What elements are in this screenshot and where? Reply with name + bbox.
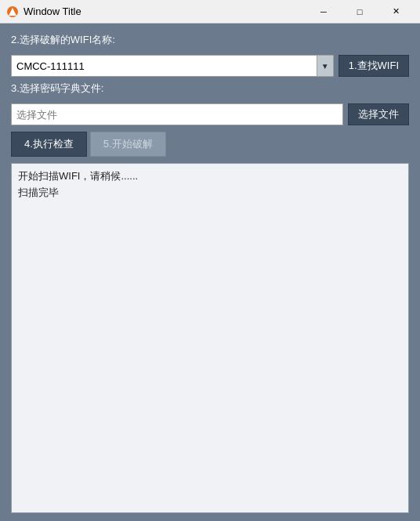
log-area[interactable] xyxy=(11,163,409,513)
title-buttons: ─ □ ✕ xyxy=(306,0,414,24)
select-file-button[interactable]: 选择文件 xyxy=(348,103,409,125)
title-bar: Window Title ─ □ ✕ xyxy=(0,0,420,24)
close-button[interactable]: ✕ xyxy=(378,0,414,24)
wifi-section-label: 2.选择破解的WIFI名称: xyxy=(11,33,409,47)
find-wifi-button[interactable]: 1.查找WIFI xyxy=(339,55,409,77)
action-row: 4.执行检查 5.开始破解 xyxy=(11,132,409,157)
wifi-row: CMCC-111111 ▼ 1.查找WIFI xyxy=(11,55,409,77)
app-icon xyxy=(6,5,19,18)
main-content: 2.选择破解的WIFI名称: CMCC-111111 ▼ 1.查找WIFI 3.… xyxy=(0,24,420,521)
restore-button[interactable]: □ xyxy=(342,0,378,24)
minimize-button[interactable]: ─ xyxy=(306,0,342,24)
window-title: Window Title xyxy=(24,5,81,17)
dict-file-input[interactable] xyxy=(11,103,343,125)
dict-section-label: 3.选择密码字典文件: xyxy=(11,81,409,96)
title-left: Window Title xyxy=(6,5,81,18)
wifi-select-wrapper: CMCC-111111 ▼ xyxy=(11,55,334,77)
crack-button[interactable]: 5.开始破解 xyxy=(90,132,166,157)
wifi-select[interactable]: CMCC-111111 xyxy=(11,55,334,77)
dict-row: 选择文件 xyxy=(11,103,409,125)
check-button[interactable]: 4.执行检查 xyxy=(11,132,87,157)
log-area-wrapper xyxy=(11,163,409,513)
